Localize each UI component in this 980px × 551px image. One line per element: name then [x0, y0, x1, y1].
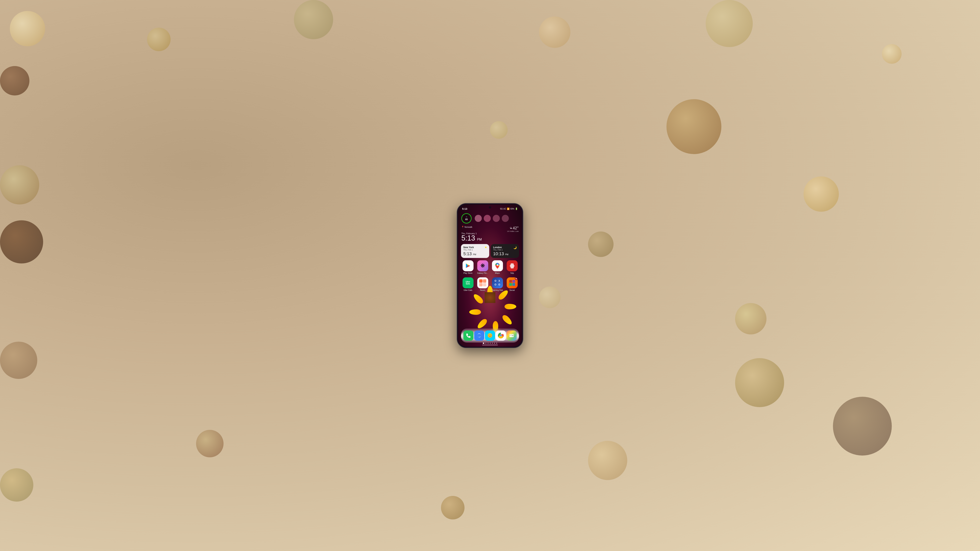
front-camera — [489, 206, 491, 208]
maps-icon — [492, 260, 503, 271]
svg-rect-9 — [512, 335, 513, 336]
location-pin-icon: 📍 — [461, 226, 464, 229]
svg-point-6 — [500, 335, 501, 337]
app-grid-row1: Play Store ❋ Galaxy Flo... — [458, 259, 522, 276]
temperature: 42° — [513, 226, 519, 230]
yelp-logo: ꙮ — [510, 263, 514, 269]
social-app2 — [512, 280, 515, 283]
date-new-york: Thu, Feb 1 — [463, 249, 487, 251]
home-content: 5:13 5G UC 📶 83% 🔋 📱 83 — [458, 205, 522, 346]
app-play-store[interactable]: Play Store — [461, 260, 475, 274]
dot-1[interactable] — [475, 215, 482, 222]
page-dot-7[interactable] — [496, 343, 497, 344]
page-dot-5[interactable] — [492, 343, 493, 344]
phone-device: 5:13 5G UC 📶 83% 🔋 📱 83 — [457, 203, 523, 348]
clock-new-york[interactable]: ★ New York Thu, Feb 1 5:13 PM — [461, 244, 489, 258]
battery-small-icon: 📱 — [465, 216, 468, 218]
uber-eats-label: Uber Eats — [463, 289, 472, 291]
page-dot-2[interactable] — [485, 343, 487, 344]
noom-label: Noom — [480, 289, 485, 291]
world-clocks: ★ New York Thu, Feb 1 5:13 PM 🌙 London — [458, 243, 522, 259]
uber-text: Uber — [466, 281, 470, 283]
app-noom[interactable]: Noom — [476, 277, 490, 291]
eats-text: Eats — [466, 283, 470, 285]
dock-wallet[interactable] — [506, 330, 517, 341]
page-dot-1[interactable] — [483, 343, 484, 344]
noom-q4 — [483, 283, 486, 286]
svg-rect-8 — [509, 335, 514, 335]
time-period: PM — [477, 238, 482, 241]
date-weather-widget[interactable]: 📍 Norwalk 🌤 42° UV Index: Low Thu, Febru… — [458, 225, 522, 243]
status-bar: 5:13 5G UC 📶 83% 🔋 — [458, 205, 522, 212]
signal-icon: 📶 — [507, 208, 510, 210]
time-display: 5:13 PM — [461, 235, 519, 242]
noom-q3 — [479, 283, 482, 286]
galaxy-flower-label: Galaxy Flo... — [477, 272, 488, 274]
time-london: 10:13 PM — [493, 252, 517, 256]
galaxy-flower-icon: ❋ — [477, 260, 488, 271]
main-time: 5:13 — [461, 234, 475, 242]
app-uber-eats[interactable]: Uber Eats Uber Eats — [461, 277, 475, 291]
home-indicator[interactable] — [482, 345, 498, 345]
top-widgets: 📱 83 — [458, 212, 522, 225]
app-gaming-hub[interactable]: O X O O Gaming Hub — [490, 277, 504, 291]
social-app1 — [509, 280, 512, 283]
gaming-o2: O — [494, 283, 497, 286]
page-dot-6[interactable] — [494, 343, 495, 344]
yelp-label: Yelp — [510, 272, 514, 274]
page-dot-3[interactable] — [487, 343, 488, 344]
status-icons: 5G UC 📶 83% 🔋 — [500, 208, 518, 210]
play-store-icon — [463, 260, 474, 271]
noom-q1 — [479, 279, 482, 283]
location-name: Norwalk — [465, 226, 473, 228]
location-label: 📍 Norwalk — [461, 226, 473, 229]
phone-wrapper: 5:13 5G UC 📶 83% 🔋 📱 83 — [457, 203, 523, 348]
dot-indicators — [475, 215, 509, 222]
uv-label: UV Index: Low — [507, 230, 519, 232]
dock-phone[interactable] — [463, 330, 474, 341]
flower-emoji: ❋ — [480, 262, 485, 269]
dot-2[interactable] — [484, 215, 491, 222]
gaming-grid: O X O O — [494, 279, 501, 286]
svg-point-0 — [497, 264, 498, 266]
dock-chrome[interactable] — [496, 330, 506, 341]
gaming-o: O — [494, 279, 497, 283]
gaming-hub-icon: O X O O — [492, 277, 503, 288]
dot-3[interactable] — [493, 215, 500, 222]
battery-icon: 🔋 — [515, 208, 518, 210]
weather-icon: 🌤 — [510, 227, 512, 229]
page-dot-4[interactable] — [490, 343, 491, 344]
gaming-o3: O — [498, 283, 501, 286]
date-label: Thu, February 1 — [461, 232, 519, 235]
dock-waze[interactable]: 😊 — [485, 330, 495, 341]
uber-eats-icon: Uber Eats — [463, 277, 474, 288]
gaming-hub-label: Gaming Hub — [492, 289, 503, 291]
battery-widget[interactable]: 📱 83 — [461, 213, 472, 224]
dot-4[interactable] — [502, 215, 509, 222]
clock-london[interactable]: 🌙 London Thu, Feb 1 10:13 PM — [491, 244, 519, 258]
app-maps[interactable]: Maps — [490, 260, 504, 274]
noom-icon — [477, 277, 488, 288]
dock-messages[interactable] — [474, 330, 484, 341]
noom-grid — [479, 279, 486, 286]
app-grid-row2: Uber Eats Uber Eats — [458, 276, 522, 293]
noom-q2 — [483, 279, 486, 283]
gaming-x: X — [498, 279, 501, 283]
status-time: 5:13 — [462, 207, 467, 210]
date-london: Thu, Feb 1 — [493, 249, 517, 251]
phone-screen: 5:13 5G UC 📶 83% 🔋 📱 83 — [458, 205, 522, 346]
yelp-icon: ꙮ — [507, 260, 518, 271]
social-app3 — [509, 283, 512, 286]
app-yelp[interactable]: ꙮ Yelp — [505, 260, 519, 274]
social-grid — [508, 279, 516, 287]
maps-label: Maps — [495, 272, 500, 274]
social-app4 — [512, 283, 515, 286]
location-weather-row: 📍 Norwalk 🌤 42° UV Index: Low — [461, 226, 519, 232]
app-social-folder[interactable]: 18 Social — [505, 277, 519, 291]
battery-label: 83% — [511, 208, 514, 210]
dock: 😊 — [461, 329, 519, 343]
play-store-label: Play Store — [463, 272, 473, 274]
waze-emoji: 😊 — [487, 333, 493, 338]
app-galaxy-flower[interactable]: ❋ Galaxy Flo... — [476, 260, 490, 274]
battery-number: 83 — [465, 218, 468, 221]
